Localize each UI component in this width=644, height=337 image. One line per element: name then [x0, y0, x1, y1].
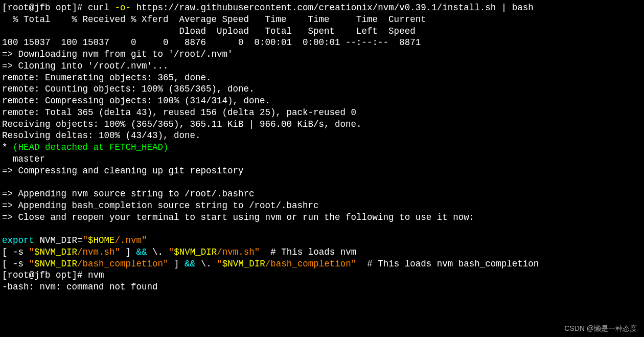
quote: "	[29, 247, 35, 257]
close-msg: => Close and reopen your terminal to sta…	[2, 212, 474, 222]
comment: # This loads nvm bash_completion	[356, 259, 539, 269]
export-assign: NVM_DIR=	[34, 235, 83, 245]
quote: "	[29, 259, 35, 269]
cmd-nvm: nvm	[88, 270, 104, 280]
quote: "	[255, 247, 260, 257]
remote-1: remote: Enumerating objects: 365, done.	[2, 73, 212, 83]
receiving: Receiving objects: 100% (365/365), 365.1…	[2, 119, 362, 129]
export-var: $HOME	[88, 235, 115, 245]
head-line: * (HEAD detached at FETCH_HEAD)	[2, 142, 169, 152]
curl-header2: Dload Upload Total Spent Left Speed	[2, 26, 416, 36]
test-close: ]	[120, 247, 136, 257]
curl-header: % Total % Received % Xferd Average Speed…	[2, 14, 426, 25]
cmd-curl: curl	[88, 3, 109, 13]
quote: "	[351, 259, 357, 269]
source-op: \.	[147, 247, 169, 257]
error-msg: -bash: nvm: command not found	[2, 282, 158, 292]
path-bashcomp: /bash_completion	[77, 259, 163, 269]
watermark: CSDN @懒是一种态度	[564, 324, 637, 333]
cloning-msg: => Cloning into '/root/.nvm'...	[2, 61, 169, 71]
cmd-flag: -o-	[109, 3, 136, 13]
and-op: &&	[185, 259, 195, 269]
head-detached: (HEAD detached at FETCH_HEAD)	[13, 142, 169, 152]
var-nvmdir: $NVM_DIR	[222, 259, 265, 269]
test-close: ]	[169, 259, 185, 269]
var-nvmdir: $NVM_DIR	[34, 247, 77, 257]
path-nvmsh: /nvm.sh	[77, 247, 115, 257]
test-open: [ -s	[2, 247, 29, 257]
master-branch: master	[2, 154, 45, 164]
export-path: /.nvm	[115, 235, 142, 245]
resolving: Resolving deltas: 100% (43/43), done.	[2, 130, 201, 141]
remote-4: remote: Total 365 (delta 43), reused 156…	[2, 107, 356, 118]
head-star: *	[2, 142, 13, 152]
curl-stats: 100 15037 100 15037 0 0 8876 0 0:00:01 0…	[2, 37, 421, 48]
remote-2: remote: Counting objects: 100% (365/365)…	[2, 84, 255, 94]
download-msg: => Downloading nvm from git to '/root/.n…	[2, 49, 233, 59]
remote-3: remote: Compressing objects: 100% (314/3…	[2, 96, 270, 106]
bash-completion-line: [ -s "$NVM_DIR/bash_completion" ] && \. …	[2, 259, 539, 269]
var-nvmdir: $NVM_DIR	[34, 259, 77, 269]
prompt-user-host: [root@jfb opt]#	[2, 3, 88, 13]
prompt-line-1: [root@jfb opt]# curl -o- https://raw.git…	[2, 3, 534, 13]
terminal-output[interactable]: [root@jfb opt]# curl -o- https://raw.git…	[2, 2, 642, 293]
export-quote: "	[83, 235, 88, 245]
test-open: [ -s	[2, 259, 29, 269]
quote: "	[169, 247, 174, 257]
comment: # This loads nvm	[260, 247, 356, 257]
quote: "	[115, 247, 121, 257]
source-op: \.	[195, 259, 217, 269]
path-nvmsh: /nvm.sh	[217, 247, 255, 257]
export-keyword: export	[2, 235, 34, 245]
cmd-url: https://raw.githubusercontent.com/creati…	[136, 3, 496, 13]
append-1: => Appending nvm source string to /root/…	[2, 189, 255, 199]
prompt-line-2: [root@jfb opt]# nvm	[2, 270, 104, 280]
quote: "	[217, 259, 222, 269]
quote: "	[163, 259, 169, 269]
nvm-sh-line: [ -s "$NVM_DIR/nvm.sh" ] && \. "$NVM_DIR…	[2, 247, 356, 257]
export-quote-close: "	[142, 235, 147, 245]
cmd-pipe: | bash	[496, 3, 534, 13]
and-op: &&	[136, 247, 147, 257]
var-nvmdir: $NVM_DIR	[174, 247, 217, 257]
append-2: => Appending bash_completion source stri…	[2, 200, 319, 211]
path-bashcomp: /bash_completion	[265, 259, 351, 269]
export-line: export NVM_DIR="$HOME/.nvm"	[2, 235, 147, 245]
prompt-user-host: [root@jfb opt]#	[2, 270, 88, 280]
compress-msg: => Compressing and cleaning up git repos…	[2, 166, 244, 176]
